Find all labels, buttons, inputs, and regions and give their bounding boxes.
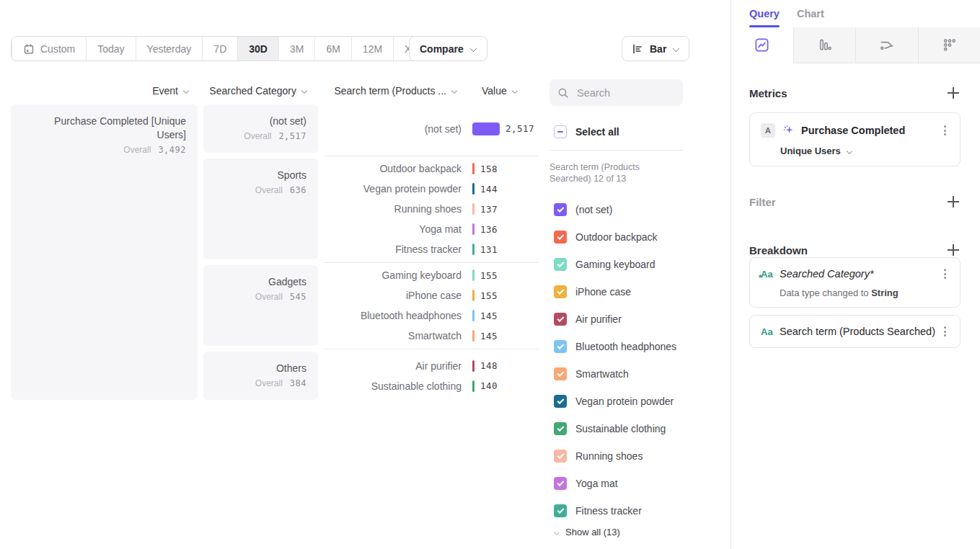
segment-checkbox[interactable] — [554, 367, 567, 380]
retention-grid-icon — [941, 37, 958, 53]
date-range-button[interactable]: 7D — [202, 37, 237, 61]
aggregation-label: Unique Users — [780, 146, 841, 156]
date-range-button[interactable]: Yesterday — [136, 37, 203, 61]
flows-tab[interactable] — [855, 27, 918, 63]
segment-checkbox[interactable] — [554, 313, 567, 326]
term-rows: (not set) 2,517 — [324, 104, 539, 153]
date-range-button[interactable]: Custom — [12, 37, 86, 61]
column-header-event[interactable]: Event — [11, 84, 189, 98]
date-range-button[interactable]: 30D — [237, 37, 278, 61]
term-label: Fitness tracker — [324, 244, 462, 255]
segment-checkbox[interactable] — [554, 450, 567, 463]
breakdown-property-name: Searched Category* — [780, 268, 935, 280]
metric-event-name: Purchase Completed — [801, 125, 935, 136]
segment-checkbox-item[interactable]: iPhone case — [549, 278, 683, 305]
column-header-label: Searched Category — [209, 85, 296, 97]
chevron-down-icon — [451, 88, 457, 94]
category-cell[interactable]: Gadgets Overall 545 — [203, 265, 318, 346]
term-label: Sustainable clothing — [324, 380, 462, 392]
segment-checkbox[interactable] — [554, 203, 567, 216]
search-box[interactable] — [549, 79, 683, 106]
term-row[interactable]: Smartwatch 145 — [324, 326, 539, 346]
metrics-title: Metrics — [749, 87, 787, 99]
term-row[interactable]: Air purifier 148 — [324, 356, 539, 376]
segment-checkbox-item[interactable]: Running shoes — [549, 442, 683, 470]
segment-checkbox[interactable] — [554, 340, 567, 353]
column-header-label: Value — [482, 85, 507, 97]
column-header-search-term[interactable]: Search term (Products ... — [324, 84, 457, 98]
panel-tab[interactable]: Chart — [797, 0, 824, 27]
segment-checkbox-item[interactable]: Fitness tracker — [549, 497, 683, 525]
term-row[interactable]: (not set) 2,517 — [324, 119, 539, 139]
column-header-searched-category[interactable]: Searched Category — [203, 84, 307, 98]
term-row[interactable]: Vegan protein powder 144 — [324, 179, 539, 199]
segment-checkbox[interactable] — [554, 477, 567, 490]
overall-value: 545 — [290, 292, 306, 302]
select-all-row[interactable]: Select all — [549, 125, 683, 138]
segment-checkbox-item[interactable]: Outdoor backpack — [549, 223, 683, 251]
kebab-menu-icon[interactable] — [941, 123, 949, 138]
category-overall: Overall 545 — [215, 292, 306, 302]
add-metric-button[interactable] — [946, 86, 961, 100]
segment-filter-panel: Select all Search term (Products Searche… — [549, 79, 683, 537]
segment-checkbox[interactable] — [554, 395, 567, 408]
chart-type-button[interactable]: Bar — [622, 36, 689, 61]
term-row[interactable]: Fitness tracker 131 — [324, 239, 539, 259]
note-bold-text: String — [871, 287, 899, 298]
segment-checkbox[interactable] — [554, 258, 567, 271]
series-badge: A — [761, 123, 775, 138]
segment-checkbox[interactable] — [554, 285, 567, 298]
term-row[interactable]: Gaming keyboard 155 — [324, 265, 539, 285]
retention-grid-tab[interactable] — [918, 27, 980, 63]
term-label: Smartwatch — [324, 330, 462, 342]
event-cell[interactable]: Purchase Completed [Unique Users] Overal… — [11, 104, 198, 400]
date-range-label: Custom — [40, 43, 75, 55]
segment-checkbox-item[interactable]: (not set) — [549, 196, 683, 223]
date-range-button[interactable]: 6M — [314, 37, 350, 61]
term-row[interactable]: Bluetooth headphones 145 — [324, 305, 539, 326]
add-filter-button[interactable] — [946, 195, 961, 209]
checkmark-icon — [557, 397, 564, 404]
breakdown-card[interactable]: Aa Search term (Products Searched) — [749, 315, 961, 348]
kebab-menu-icon[interactable] — [941, 267, 949, 281]
indeterminate-dash-icon — [557, 131, 563, 133]
date-range-button[interactable]: 12M — [351, 37, 393, 61]
kebab-menu-icon[interactable] — [941, 324, 949, 339]
segment-checkbox[interactable] — [554, 504, 567, 517]
term-row[interactable]: Sustainable clothing 140 — [324, 376, 539, 396]
compare-button[interactable]: Compare — [409, 36, 487, 61]
segment-checkbox-item[interactable]: Yoga mat — [549, 470, 683, 497]
segment-checkbox-item[interactable]: Sustainable clothing — [549, 415, 683, 442]
term-row[interactable]: Outdoor backpack 158 — [324, 159, 539, 179]
category-name: Sports — [215, 169, 306, 182]
segment-checkbox-item[interactable]: Smartwatch — [549, 360, 683, 388]
segment-checkbox[interactable] — [554, 422, 567, 435]
category-cell[interactable]: Sports Overall 636 — [203, 159, 318, 259]
category-cell[interactable]: Others Overall 384 — [203, 352, 318, 400]
date-range-button[interactable]: 3M — [278, 37, 314, 61]
search-input[interactable] — [575, 86, 675, 99]
breakdown-card[interactable]: Aa* Searched Category* Data type changed… — [749, 257, 961, 308]
segment-checkbox-item[interactable]: Vegan protein powder — [549, 388, 683, 415]
select-all-checkbox[interactable] — [554, 125, 567, 138]
segment-checkbox[interactable] — [554, 231, 567, 244]
segment-checkbox-item[interactable]: Air purifier — [549, 305, 683, 333]
metric-card[interactable]: A Purchase Completed Unique Users — [749, 112, 961, 166]
checkmark-icon — [557, 287, 564, 295]
term-value: 145 — [480, 331, 498, 342]
term-row[interactable]: iPhone case 155 — [324, 285, 539, 305]
add-breakdown-button[interactable] — [946, 243, 961, 257]
term-row[interactable]: Yoga mat 136 — [324, 219, 539, 239]
aggregation-dropdown[interactable]: Unique Users — [780, 146, 949, 156]
event-overall: Overall 3,492 — [22, 145, 186, 155]
column-header-value[interactable]: Value — [482, 84, 528, 98]
show-all-toggle[interactable]: Show all (13) — [549, 527, 683, 537]
segment-checkbox-item[interactable]: Gaming keyboard — [549, 251, 683, 278]
segment-checkbox-item[interactable]: Bluetooth headphones — [549, 333, 683, 360]
panel-tab[interactable]: Query — [749, 0, 780, 27]
date-range-button[interactable]: Today — [86, 37, 135, 61]
term-row[interactable]: Running shoes 137 — [324, 199, 539, 219]
insights-chart-tab[interactable] — [731, 27, 793, 63]
category-cell[interactable]: (not set) Overall 2,517 — [203, 104, 318, 153]
bar-chart-tab[interactable] — [793, 27, 856, 63]
